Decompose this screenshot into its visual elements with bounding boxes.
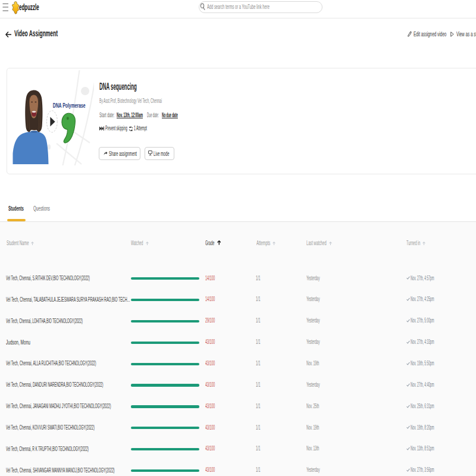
svg-text:DNA Polymerase: DNA Polymerase [53, 102, 86, 109]
